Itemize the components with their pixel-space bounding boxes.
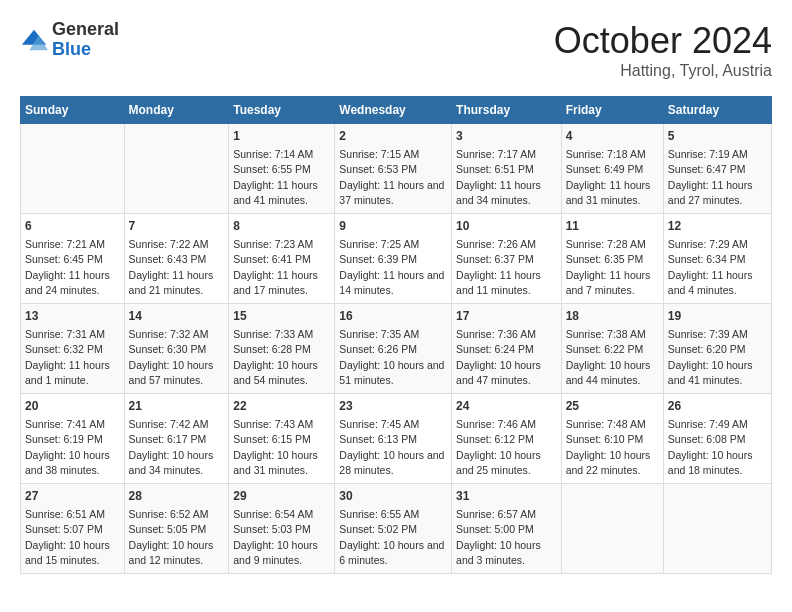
day-info: Sunrise: 7:28 AM Sunset: 6:35 PM Dayligh…: [566, 238, 651, 296]
day-info: Sunrise: 6:52 AM Sunset: 5:05 PM Dayligh…: [129, 508, 214, 566]
day-info: Sunrise: 6:54 AM Sunset: 5:03 PM Dayligh…: [233, 508, 318, 566]
day-number: 10: [456, 218, 557, 235]
day-info: Sunrise: 7:23 AM Sunset: 6:41 PM Dayligh…: [233, 238, 318, 296]
day-info: Sunrise: 7:33 AM Sunset: 6:28 PM Dayligh…: [233, 328, 318, 386]
day-info: Sunrise: 7:26 AM Sunset: 6:37 PM Dayligh…: [456, 238, 541, 296]
day-info: Sunrise: 7:45 AM Sunset: 6:13 PM Dayligh…: [339, 418, 444, 476]
day-number: 13: [25, 308, 120, 325]
day-info: Sunrise: 7:43 AM Sunset: 6:15 PM Dayligh…: [233, 418, 318, 476]
calendar-cell: [124, 124, 229, 214]
calendar-cell: 18Sunrise: 7:38 AM Sunset: 6:22 PM Dayli…: [561, 304, 663, 394]
day-number: 11: [566, 218, 659, 235]
calendar-cell: 29Sunrise: 6:54 AM Sunset: 5:03 PM Dayli…: [229, 484, 335, 574]
day-number: 5: [668, 128, 767, 145]
calendar-cell: 4Sunrise: 7:18 AM Sunset: 6:49 PM Daylig…: [561, 124, 663, 214]
week-row-2: 6Sunrise: 7:21 AM Sunset: 6:45 PM Daylig…: [21, 214, 772, 304]
column-header-friday: Friday: [561, 97, 663, 124]
column-header-monday: Monday: [124, 97, 229, 124]
calendar-cell: 1Sunrise: 7:14 AM Sunset: 6:55 PM Daylig…: [229, 124, 335, 214]
week-row-3: 13Sunrise: 7:31 AM Sunset: 6:32 PM Dayli…: [21, 304, 772, 394]
day-number: 14: [129, 308, 225, 325]
calendar-location: Hatting, Tyrol, Austria: [554, 62, 772, 80]
day-number: 19: [668, 308, 767, 325]
day-number: 21: [129, 398, 225, 415]
day-info: Sunrise: 7:14 AM Sunset: 6:55 PM Dayligh…: [233, 148, 318, 206]
day-info: Sunrise: 7:36 AM Sunset: 6:24 PM Dayligh…: [456, 328, 541, 386]
column-header-thursday: Thursday: [452, 97, 562, 124]
calendar-cell: 21Sunrise: 7:42 AM Sunset: 6:17 PM Dayli…: [124, 394, 229, 484]
calendar-cell: 15Sunrise: 7:33 AM Sunset: 6:28 PM Dayli…: [229, 304, 335, 394]
day-info: Sunrise: 6:51 AM Sunset: 5:07 PM Dayligh…: [25, 508, 110, 566]
calendar-cell: 16Sunrise: 7:35 AM Sunset: 6:26 PM Dayli…: [335, 304, 452, 394]
calendar-cell: 23Sunrise: 7:45 AM Sunset: 6:13 PM Dayli…: [335, 394, 452, 484]
calendar-cell: 2Sunrise: 7:15 AM Sunset: 6:53 PM Daylig…: [335, 124, 452, 214]
calendar-cell: 20Sunrise: 7:41 AM Sunset: 6:19 PM Dayli…: [21, 394, 125, 484]
day-number: 20: [25, 398, 120, 415]
day-number: 17: [456, 308, 557, 325]
day-info: Sunrise: 7:49 AM Sunset: 6:08 PM Dayligh…: [668, 418, 753, 476]
calendar-cell: 22Sunrise: 7:43 AM Sunset: 6:15 PM Dayli…: [229, 394, 335, 484]
calendar-cell: 7Sunrise: 7:22 AM Sunset: 6:43 PM Daylig…: [124, 214, 229, 304]
calendar-cell: 14Sunrise: 7:32 AM Sunset: 6:30 PM Dayli…: [124, 304, 229, 394]
title-block: October 2024 Hatting, Tyrol, Austria: [554, 20, 772, 80]
calendar-cell: [21, 124, 125, 214]
day-info: Sunrise: 7:21 AM Sunset: 6:45 PM Dayligh…: [25, 238, 110, 296]
calendar-cell: 24Sunrise: 7:46 AM Sunset: 6:12 PM Dayli…: [452, 394, 562, 484]
week-row-4: 20Sunrise: 7:41 AM Sunset: 6:19 PM Dayli…: [21, 394, 772, 484]
day-info: Sunrise: 7:39 AM Sunset: 6:20 PM Dayligh…: [668, 328, 753, 386]
calendar-cell: 25Sunrise: 7:48 AM Sunset: 6:10 PM Dayli…: [561, 394, 663, 484]
day-info: Sunrise: 7:35 AM Sunset: 6:26 PM Dayligh…: [339, 328, 444, 386]
day-info: Sunrise: 7:42 AM Sunset: 6:17 PM Dayligh…: [129, 418, 214, 476]
day-number: 12: [668, 218, 767, 235]
calendar-header-row: SundayMondayTuesdayWednesdayThursdayFrid…: [21, 97, 772, 124]
day-info: Sunrise: 7:17 AM Sunset: 6:51 PM Dayligh…: [456, 148, 541, 206]
day-number: 9: [339, 218, 447, 235]
logo: General Blue: [20, 20, 119, 60]
day-number: 27: [25, 488, 120, 505]
day-info: Sunrise: 6:55 AM Sunset: 5:02 PM Dayligh…: [339, 508, 444, 566]
calendar-cell: 27Sunrise: 6:51 AM Sunset: 5:07 PM Dayli…: [21, 484, 125, 574]
day-info: Sunrise: 7:41 AM Sunset: 6:19 PM Dayligh…: [25, 418, 110, 476]
calendar-cell: 11Sunrise: 7:28 AM Sunset: 6:35 PM Dayli…: [561, 214, 663, 304]
day-number: 15: [233, 308, 330, 325]
calendar-title: October 2024: [554, 20, 772, 62]
day-info: Sunrise: 7:48 AM Sunset: 6:10 PM Dayligh…: [566, 418, 651, 476]
calendar-cell: 5Sunrise: 7:19 AM Sunset: 6:47 PM Daylig…: [663, 124, 771, 214]
day-number: 25: [566, 398, 659, 415]
calendar-cell: 3Sunrise: 7:17 AM Sunset: 6:51 PM Daylig…: [452, 124, 562, 214]
logo-icon: [20, 26, 48, 54]
week-row-1: 1Sunrise: 7:14 AM Sunset: 6:55 PM Daylig…: [21, 124, 772, 214]
day-info: Sunrise: 7:29 AM Sunset: 6:34 PM Dayligh…: [668, 238, 753, 296]
day-number: 4: [566, 128, 659, 145]
day-number: 22: [233, 398, 330, 415]
day-number: 24: [456, 398, 557, 415]
calendar-cell: 6Sunrise: 7:21 AM Sunset: 6:45 PM Daylig…: [21, 214, 125, 304]
logo-general: General: [52, 20, 119, 40]
calendar-cell: 17Sunrise: 7:36 AM Sunset: 6:24 PM Dayli…: [452, 304, 562, 394]
day-number: 23: [339, 398, 447, 415]
column-header-saturday: Saturday: [663, 97, 771, 124]
logo-blue: Blue: [52, 40, 119, 60]
column-header-sunday: Sunday: [21, 97, 125, 124]
calendar-cell: [663, 484, 771, 574]
day-info: Sunrise: 7:31 AM Sunset: 6:32 PM Dayligh…: [25, 328, 110, 386]
day-number: 3: [456, 128, 557, 145]
day-info: Sunrise: 7:25 AM Sunset: 6:39 PM Dayligh…: [339, 238, 444, 296]
day-number: 16: [339, 308, 447, 325]
calendar-cell: 31Sunrise: 6:57 AM Sunset: 5:00 PM Dayli…: [452, 484, 562, 574]
calendar-cell: 12Sunrise: 7:29 AM Sunset: 6:34 PM Dayli…: [663, 214, 771, 304]
calendar-cell: 30Sunrise: 6:55 AM Sunset: 5:02 PM Dayli…: [335, 484, 452, 574]
calendar-cell: 19Sunrise: 7:39 AM Sunset: 6:20 PM Dayli…: [663, 304, 771, 394]
calendar-cell: 26Sunrise: 7:49 AM Sunset: 6:08 PM Dayli…: [663, 394, 771, 484]
day-info: Sunrise: 7:32 AM Sunset: 6:30 PM Dayligh…: [129, 328, 214, 386]
calendar-cell: 13Sunrise: 7:31 AM Sunset: 6:32 PM Dayli…: [21, 304, 125, 394]
day-number: 6: [25, 218, 120, 235]
calendar-cell: 28Sunrise: 6:52 AM Sunset: 5:05 PM Dayli…: [124, 484, 229, 574]
day-number: 7: [129, 218, 225, 235]
day-info: Sunrise: 7:46 AM Sunset: 6:12 PM Dayligh…: [456, 418, 541, 476]
calendar-cell: [561, 484, 663, 574]
day-info: Sunrise: 7:15 AM Sunset: 6:53 PM Dayligh…: [339, 148, 444, 206]
week-row-5: 27Sunrise: 6:51 AM Sunset: 5:07 PM Dayli…: [21, 484, 772, 574]
calendar-table: SundayMondayTuesdayWednesdayThursdayFrid…: [20, 96, 772, 574]
column-header-tuesday: Tuesday: [229, 97, 335, 124]
